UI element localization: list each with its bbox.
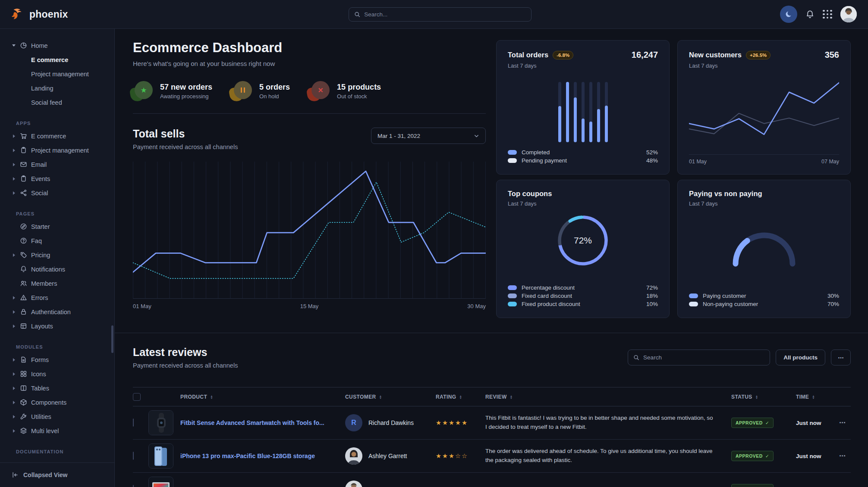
sidebar-section-label: DOCUMENTATION xyxy=(16,449,110,454)
status-badge: APPROVED✓ xyxy=(731,418,774,428)
select-all-checkbox[interactable] xyxy=(133,393,141,401)
product-link[interactable]: Fitbit Sense Advanced Smartwatch with To… xyxy=(180,419,324,426)
column-header-status[interactable]: STATUS▲▼ xyxy=(731,394,796,400)
sidebar-item-social[interactable]: Social xyxy=(12,186,110,200)
top-coupons-card: Top coupons Last 7 days 72% Percentage d… xyxy=(496,180,670,318)
sidebar-item-authentication[interactable]: Authentication xyxy=(12,305,110,319)
date-range-select[interactable]: Mar 1 - 31, 2022 xyxy=(371,128,486,144)
sidebar-item-multi-level[interactable]: Multi level xyxy=(12,424,110,438)
row-menu-button[interactable]: ⋯ xyxy=(839,419,851,427)
user-avatar[interactable] xyxy=(840,6,857,22)
row-checkbox[interactable] xyxy=(133,418,134,427)
legend-item-completed: Completed52% xyxy=(508,148,658,156)
bar-fill xyxy=(558,106,561,142)
top-coupons-donut-chart: 72% xyxy=(556,214,610,267)
collapsed-view-button[interactable]: Collapsed View xyxy=(0,462,114,487)
reviews-controls: All products ⋯ xyxy=(628,350,851,365)
sidebar-item-utilities[interactable]: Utilities xyxy=(12,409,110,424)
top-navbar: phoenix xyxy=(0,0,868,29)
sidebar-item-faq[interactable]: Faq xyxy=(12,234,110,248)
sidebar-item-components[interactable]: Components xyxy=(12,395,110,409)
reviews-search[interactable] xyxy=(628,350,770,365)
legend-value: 70% xyxy=(827,301,839,307)
sidebar-item-icons[interactable]: Icons xyxy=(12,367,110,381)
sidebar-item-email[interactable]: Email xyxy=(12,157,110,172)
dashboard-cards: Total orders -6.8% 16,247 Last 7 days Co… xyxy=(496,40,851,318)
latest-reviews-section: Latest reviews Payment received across a… xyxy=(133,346,851,487)
column-header-review[interactable]: REVIEW▲▼ xyxy=(485,394,731,400)
sort-icon: ▲▼ xyxy=(210,395,213,399)
column-header-time[interactable]: TIME▲▼ xyxy=(796,394,839,400)
sidebar-item-tables[interactable]: Tables xyxy=(12,381,110,395)
paying-gauge-chart xyxy=(689,228,839,268)
layout-icon xyxy=(20,322,27,330)
column-header-rating[interactable]: RATING▲▼ xyxy=(436,394,485,400)
column-header-label: PRODUCT xyxy=(180,394,207,400)
search-input[interactable] xyxy=(364,11,526,18)
sidebar-item-project-management[interactable]: Project management xyxy=(12,143,110,157)
sidebar-item-forms[interactable]: Forms xyxy=(12,353,110,367)
caret-right-icon xyxy=(12,372,16,376)
sidebar-item-landing[interactable]: Landing xyxy=(12,81,110,95)
bar-fill xyxy=(605,106,608,142)
donut-center-label: 72% xyxy=(556,214,610,267)
product-link[interactable]: iPhone 13 pro max-Pacific Blue-128GB sto… xyxy=(180,453,315,459)
sidebar-item-home[interactable]: Home xyxy=(12,38,110,53)
bar-fill xyxy=(574,97,577,142)
sidebar-item-label: Members xyxy=(31,280,57,287)
sidebar-item-label: Email xyxy=(31,161,47,168)
sidebar-item-e-commerce[interactable]: E commerce xyxy=(12,129,110,143)
all-products-button[interactable]: All products xyxy=(776,350,825,365)
caret-right-icon xyxy=(12,310,16,314)
column-header-product[interactable]: PRODUCT▲▼ xyxy=(148,394,345,400)
table-row: iPhone 13 pro max-Pacific Blue-128GB sto… xyxy=(133,440,851,473)
sidebar-item-label: Authentication xyxy=(31,309,71,315)
rating-stars: ★★★★★ xyxy=(436,419,485,426)
bar-fill xyxy=(597,109,600,142)
sidebar-item-notifications[interactable]: Notifications xyxy=(12,262,110,276)
total-orders-period: Last 7 days xyxy=(508,62,658,69)
row-menu-button[interactable]: ⋯ xyxy=(839,452,851,460)
bar xyxy=(597,82,600,142)
moon-icon xyxy=(784,9,793,19)
logo[interactable]: phoenix xyxy=(11,8,68,21)
sidebar-item-errors[interactable]: Errors xyxy=(12,290,110,305)
sort-icon: ▲▼ xyxy=(755,395,758,399)
total-sells-chart xyxy=(133,162,486,299)
total-sells-subtitle: Payment received across all channels xyxy=(133,144,238,150)
sidebar-item-events[interactable]: Events xyxy=(12,172,110,186)
sidebar-item-layouts[interactable]: Layouts xyxy=(12,319,110,333)
sidebar-scrollbar[interactable] xyxy=(111,325,113,353)
row-checkbox[interactable] xyxy=(133,452,134,460)
sidebar-item-label: Icons xyxy=(31,371,46,378)
total-orders-bar-chart xyxy=(508,82,658,142)
sidebar-item-project-management[interactable]: Project management xyxy=(12,67,110,81)
sidebar-item-label: E commerce xyxy=(31,133,66,140)
stat-subtitle: Awating processing xyxy=(160,93,212,100)
reviews-more-button[interactable]: ⋯ xyxy=(831,350,851,365)
star-icon: ★ xyxy=(140,87,147,94)
column-header-customer[interactable]: CUSTOMER▲▼ xyxy=(345,394,436,400)
bar-fill xyxy=(582,119,585,142)
sidebar-item-pricing[interactable]: Pricing xyxy=(12,248,110,262)
theme-toggle-button[interactable] xyxy=(780,6,797,23)
sidebar-item-members[interactable]: Members xyxy=(12,276,110,290)
sidebar-item-label: Social xyxy=(31,190,48,197)
row-menu-button[interactable]: ⋯ xyxy=(839,485,851,487)
global-search[interactable] xyxy=(349,7,531,22)
reviews-search-input[interactable] xyxy=(643,354,764,361)
column-header-label: TIME xyxy=(796,394,809,400)
legend-value: 72% xyxy=(646,284,658,291)
bar-fill xyxy=(566,82,569,142)
customer-cell: RRichard Dawkins xyxy=(345,414,436,431)
notifications-button[interactable] xyxy=(805,10,815,19)
sidebar-item-social-feed[interactable]: Social feed xyxy=(12,95,110,109)
sort-icon: ▲▼ xyxy=(379,395,382,399)
top-coupons-period: Last 7 days xyxy=(508,200,658,207)
sidebar-item-starter[interactable]: Starter xyxy=(12,219,110,234)
sidebar-item-e-commerce[interactable]: E commerce xyxy=(12,53,110,67)
sidebar-section: PAGESStarterFaqPricingNotificationsMembe… xyxy=(12,211,110,333)
axis-tick-label: 15 May xyxy=(300,303,319,309)
row-checkbox[interactable] xyxy=(133,485,134,487)
apps-grid-button[interactable] xyxy=(823,10,832,19)
